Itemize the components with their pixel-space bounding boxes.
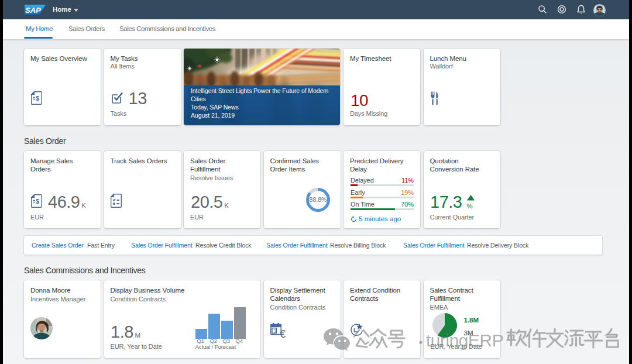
svg-text:1: 1 [273, 328, 276, 334]
svg-text:$: $ [36, 198, 39, 205]
svg-text:$: $ [36, 95, 39, 102]
svg-text:88.8%: 88.8% [310, 196, 327, 203]
svg-text:€: € [280, 328, 286, 340]
svg-text:SAP: SAP [25, 6, 41, 15]
